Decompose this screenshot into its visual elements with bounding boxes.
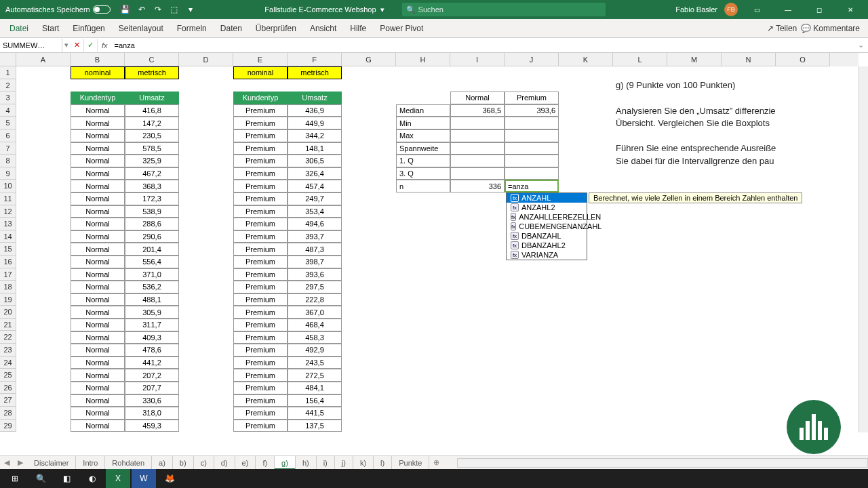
cell[interactable]: Premium xyxy=(233,167,288,180)
cell[interactable]: 436,9 xyxy=(288,104,342,117)
cell[interactable]: Umsatz xyxy=(125,92,179,104)
cell[interactable]: 249,7 xyxy=(288,192,342,205)
cell[interactable] xyxy=(450,167,505,180)
cell[interactable]: Normal xyxy=(71,357,125,369)
cell[interactable] xyxy=(450,155,505,167)
cell[interactable]: n xyxy=(396,180,450,192)
tab-seitenlayout[interactable]: Seitenlayout xyxy=(112,19,170,38)
cell[interactable]: Normal xyxy=(71,218,125,230)
cell[interactable]: Premium xyxy=(233,394,288,407)
row-header[interactable]: 7 xyxy=(0,142,16,155)
cell[interactable]: 393,7 xyxy=(288,230,342,243)
firefox-icon[interactable]: 🦊 xyxy=(157,469,182,488)
row-header[interactable]: 28 xyxy=(0,407,16,420)
cell[interactable]: 488,1 xyxy=(125,293,179,306)
sheet-tab[interactable]: f) xyxy=(256,456,275,470)
cell[interactable]: 459,3 xyxy=(125,420,179,432)
cell[interactable]: 409,3 xyxy=(125,331,179,344)
cell[interactable] xyxy=(505,142,559,155)
cell[interactable]: 441,5 xyxy=(288,407,342,420)
row-header[interactable]: 19 xyxy=(0,293,16,306)
cell[interactable]: Premium xyxy=(233,243,288,256)
close-icon[interactable]: ✕ xyxy=(838,0,863,19)
cell[interactable]: 441,2 xyxy=(125,357,179,369)
cell[interactable]: Min xyxy=(396,117,450,129)
column-header[interactable]: C xyxy=(125,53,179,66)
search-input[interactable]: 🔍 Suchen xyxy=(402,3,606,16)
expand-formula-icon[interactable]: ⌄ xyxy=(854,41,868,49)
cell[interactable]: 272,5 xyxy=(288,369,342,382)
cell[interactable]: 494,6 xyxy=(288,218,342,230)
column-header[interactable]: G xyxy=(342,53,396,66)
cell[interactable]: 306,5 xyxy=(288,155,342,167)
cell[interactable]: 201,4 xyxy=(125,243,179,256)
name-box[interactable]: SUMMEW… xyxy=(0,39,62,52)
cell[interactable]: Normal xyxy=(71,167,125,180)
cell[interactable] xyxy=(505,167,559,180)
row-header[interactable]: 10 xyxy=(0,180,16,192)
cell[interactable]: Spannweite xyxy=(396,142,450,155)
cell[interactable]: Normal xyxy=(71,344,125,357)
cell[interactable]: 368,5 xyxy=(450,104,505,117)
accept-formula-icon[interactable]: ✓ xyxy=(84,39,98,52)
cell[interactable]: Normal xyxy=(71,394,125,407)
tab-start[interactable]: Start xyxy=(35,19,66,38)
cell[interactable]: Premium xyxy=(233,142,288,155)
cell[interactable]: Premium xyxy=(233,407,288,420)
minimize-icon[interactable]: — xyxy=(776,0,800,19)
cell[interactable]: Normal xyxy=(71,420,125,432)
app-icon[interactable]: ◐ xyxy=(80,469,104,488)
cell[interactable]: 243,5 xyxy=(288,357,342,369)
column-header[interactable]: F xyxy=(288,53,342,66)
cell[interactable]: 1. Q xyxy=(396,155,450,167)
formula-autocomplete[interactable]: fxANZAHLfxANZAHL2fxANZAHLLEEREZELLENfxCU… xyxy=(506,192,587,260)
cell[interactable]: 578,5 xyxy=(125,142,179,155)
autocomplete-item[interactable]: fxDBANZAHL xyxy=(507,231,587,241)
search-icon[interactable]: 🔍 xyxy=(28,469,53,488)
row-header[interactable]: 20 xyxy=(0,306,16,319)
cell[interactable] xyxy=(450,129,505,142)
column-header[interactable]: K xyxy=(559,53,613,66)
row-header[interactable]: 16 xyxy=(0,256,16,268)
tab-ansicht[interactable]: Ansicht xyxy=(303,19,343,38)
cell[interactable]: 492,9 xyxy=(288,344,342,357)
cell[interactable]: Max xyxy=(396,129,450,142)
cell[interactable]: 207,2 xyxy=(125,369,179,382)
sheet-tab[interactable]: h) xyxy=(296,456,317,470)
cell[interactable]: metrisch xyxy=(288,66,342,79)
cell[interactable]: Premium xyxy=(233,256,288,268)
sheet-tab[interactable]: j) xyxy=(335,456,353,470)
cell[interactable]: 288,6 xyxy=(125,218,179,230)
cell[interactable] xyxy=(450,117,505,129)
autocomplete-item[interactable]: fxANZAHL xyxy=(507,193,587,203)
cell[interactable]: 487,3 xyxy=(288,243,342,256)
cell[interactable]: Premium xyxy=(233,129,288,142)
cell[interactable] xyxy=(450,142,505,155)
row-header[interactable]: 12 xyxy=(0,205,16,218)
cell[interactable]: Premium xyxy=(505,92,559,104)
cell[interactable]: Median xyxy=(396,104,450,117)
save-icon[interactable]: 💾 xyxy=(120,4,131,15)
row-header[interactable]: 15 xyxy=(0,243,16,256)
column-header[interactable]: E xyxy=(233,53,288,66)
sheet-tab[interactable]: e) xyxy=(235,456,256,470)
cell[interactable]: Normal xyxy=(71,129,125,142)
fx-icon[interactable]: fx xyxy=(98,41,112,49)
cell[interactable]: 416,8 xyxy=(125,104,179,117)
cell[interactable]: Premium xyxy=(233,104,288,117)
excel-icon[interactable]: X xyxy=(106,469,130,488)
tab-datei[interactable]: Datei xyxy=(3,19,35,38)
cell[interactable]: Premium xyxy=(233,306,288,319)
cell[interactable]: Normal xyxy=(71,155,125,167)
tab-powerpivot[interactable]: Power Pivot xyxy=(373,19,430,38)
namebox-dropdown-icon[interactable]: ▾ xyxy=(62,41,71,49)
cell[interactable]: 478,6 xyxy=(125,344,179,357)
cell[interactable]: 393,6 xyxy=(505,104,559,117)
cell[interactable]: nominal xyxy=(233,66,288,79)
cell[interactable]: Normal xyxy=(71,256,125,268)
cell[interactable]: 325,9 xyxy=(125,155,179,167)
cell[interactable]: 305,9 xyxy=(125,306,179,319)
row-header[interactable]: 2 xyxy=(0,79,16,92)
cell[interactable]: 468,4 xyxy=(288,319,342,331)
active-cell[interactable]: =anza xyxy=(505,180,559,192)
